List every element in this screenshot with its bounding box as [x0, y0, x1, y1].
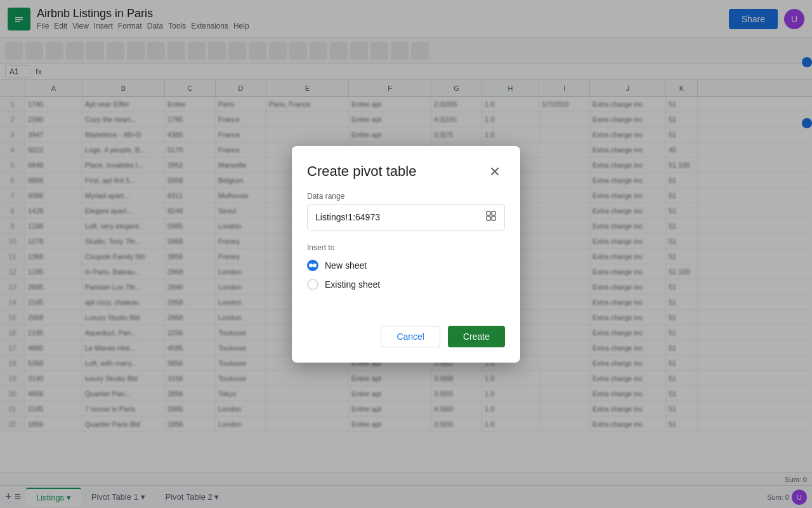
- radio-existing-sheet-label: Existing sheet: [325, 279, 380, 290]
- cancel-button[interactable]: Cancel: [381, 326, 440, 347]
- dialog-footer: Cancel Create: [292, 326, 520, 363]
- dialog-header: Create pivot table: [292, 146, 520, 192]
- svg-rect-5: [492, 211, 495, 215]
- select-range-icon[interactable]: [485, 210, 497, 225]
- dialog-title: Create pivot table: [307, 163, 416, 180]
- radio-new-sheet-circle: [307, 260, 318, 271]
- radio-new-sheet[interactable]: New sheet: [307, 260, 505, 271]
- modal-overlay: Create pivot table Data range Listings!1…: [0, 0, 812, 508]
- radio-existing-sheet-circle: [307, 279, 318, 290]
- data-range-value: Listings!1:64973: [315, 212, 485, 222]
- close-button[interactable]: [485, 161, 505, 182]
- radio-new-sheet-label: New sheet: [325, 260, 367, 271]
- svg-rect-6: [487, 217, 490, 220]
- radio-existing-sheet[interactable]: Existing sheet: [307, 279, 505, 290]
- insert-to-label: Insert to: [307, 243, 505, 252]
- create-pivot-dialog: Create pivot table Data range Listings!1…: [292, 146, 520, 363]
- svg-rect-7: [492, 217, 495, 220]
- data-range-field[interactable]: Listings!1:64973: [307, 204, 505, 231]
- data-range-label: Data range: [307, 192, 505, 201]
- radio-group: New sheet Existing sheet: [307, 260, 505, 290]
- dialog-body: Data range Listings!1:64973 Insert to: [292, 192, 520, 326]
- svg-rect-4: [487, 211, 490, 215]
- create-button[interactable]: Create: [448, 326, 505, 347]
